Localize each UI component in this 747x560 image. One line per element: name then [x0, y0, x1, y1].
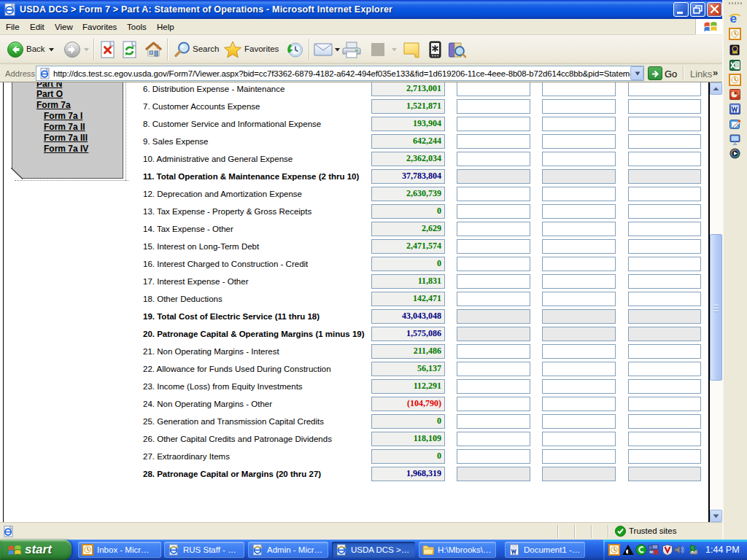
svg-text:e: e	[730, 12, 737, 24]
